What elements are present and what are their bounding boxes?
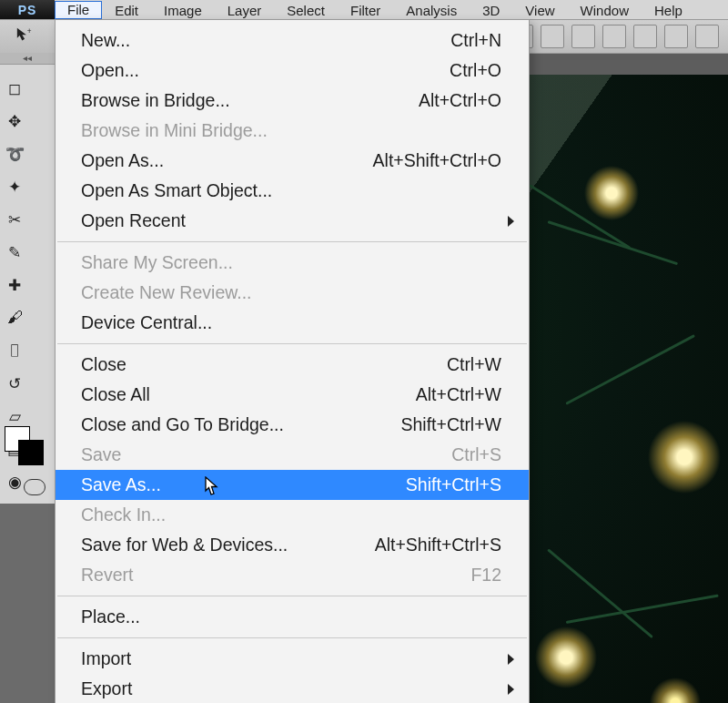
- menu-item-label: Save for Web & Devices...: [81, 535, 375, 555]
- menu-view[interactable]: View: [512, 0, 567, 19]
- menu-analysis[interactable]: Analysis: [393, 0, 470, 19]
- menu-item-open-as[interactable]: Open As...Alt+Shift+Ctrl+O: [56, 146, 529, 176]
- menu-item-label: Place...: [81, 606, 501, 627]
- menu-file[interactable]: File: [55, 1, 102, 19]
- menu-item-label: Browse in Bridge...: [81, 90, 419, 111]
- app-badge: PS: [0, 0, 55, 19]
- menu-filter[interactable]: Filter: [338, 0, 393, 19]
- menu-item-open-as-smart-object[interactable]: Open As Smart Object...: [56, 176, 529, 206]
- menu-item-shortcut: Ctrl+S: [451, 444, 501, 465]
- crop-tool[interactable]: ✂: [1, 205, 28, 234]
- submenu-arrow-icon: [508, 216, 514, 227]
- dist-top-button[interactable]: [602, 25, 626, 48]
- menu-item-open-recent[interactable]: Open Recent: [56, 206, 529, 236]
- menu-item-shortcut: Ctrl+N: [450, 30, 501, 51]
- svg-text:+: +: [27, 27, 32, 36]
- menu-item-new[interactable]: New...Ctrl+N: [56, 25, 529, 56]
- lasso-tool[interactable]: ➰: [1, 139, 28, 168]
- quick-select-tool[interactable]: ✦: [1, 172, 28, 201]
- menu-item-open[interactable]: Open...Ctrl+O: [56, 56, 529, 86]
- tools-panel-empty: [0, 504, 55, 703]
- menu-item-label: Open Recent: [81, 210, 501, 231]
- eyedropper-tool[interactable]: ✎: [1, 238, 28, 267]
- menu-item-share-my-screen: Share My Screen...: [56, 248, 529, 278]
- menu-item-label: Close: [81, 354, 447, 375]
- marquee-tool[interactable]: ◻: [1, 74, 28, 103]
- menu-image[interactable]: Image: [151, 0, 215, 19]
- menu-item-label: Import: [81, 648, 501, 669]
- alignment-button-group: [510, 25, 728, 48]
- menu-item-shortcut: Alt+Shift+Ctrl+O: [373, 150, 501, 171]
- menu-item-import[interactable]: Import: [56, 644, 529, 674]
- menu-item-device-central[interactable]: Device Central...: [56, 308, 529, 338]
- menu-item-browse-in-mini-bridge: Browse in Mini Bridge...: [56, 116, 529, 146]
- menu-item-shortcut: F12: [470, 565, 501, 586]
- menu-item-shortcut: Shift+Ctrl+W: [400, 414, 501, 435]
- menu-bar-items: FileEditImageLayerSelectFilterAnalysis3D…: [55, 0, 695, 19]
- dist-vcenter-button[interactable]: [633, 25, 657, 48]
- menu-item-label: Close All: [81, 384, 416, 405]
- menu-item-label: Open As Smart Object...: [81, 180, 501, 201]
- menu-item-label: Export: [81, 678, 501, 699]
- menu-item-label: Save: [81, 444, 451, 465]
- align-center-button[interactable]: [541, 25, 564, 48]
- healing-tool[interactable]: ✚: [1, 270, 28, 300]
- menu-item-label: Close and Go To Bridge...: [81, 414, 400, 435]
- menu-item-save-for-web-devices[interactable]: Save for Web & Devices...Alt+Shift+Ctrl+…: [56, 530, 529, 560]
- menu-item-label: New...: [81, 30, 450, 51]
- move-tool-icon: +: [15, 26, 35, 46]
- quick-mask-icon[interactable]: [24, 479, 46, 495]
- menu-item-check-in: Check In...: [56, 500, 529, 530]
- align-right-button[interactable]: [571, 25, 595, 48]
- menu-item-close[interactable]: CloseCtrl+W: [56, 350, 529, 380]
- menu-item-close-and-go-to-bridge[interactable]: Close and Go To Bridge...Shift+Ctrl+W: [56, 410, 529, 440]
- menu-separator: [57, 343, 527, 344]
- menu-item-browse-in-bridge[interactable]: Browse in Bridge...Alt+Ctrl+O: [56, 86, 529, 116]
- submenu-arrow-icon: [508, 654, 514, 665]
- stamp-tool[interactable]: ⌷: [1, 336, 28, 365]
- menu-item-close-all[interactable]: Close AllAlt+Ctrl+W: [56, 380, 529, 410]
- menu-help[interactable]: Help: [642, 0, 695, 19]
- menu-item-revert: RevertF12: [56, 560, 529, 590]
- brush-tool[interactable]: 🖌: [1, 303, 28, 332]
- blur-tool[interactable]: ◉: [1, 467, 28, 496]
- menu-item-shortcut: Alt+Ctrl+W: [416, 384, 501, 405]
- move-behind-tool[interactable]: ✥: [1, 107, 28, 136]
- menu-item-save: SaveCtrl+S: [56, 440, 529, 470]
- menu-separator: [57, 637, 527, 638]
- menu-item-place[interactable]: Place...: [56, 602, 529, 632]
- menu-item-label: Share My Screen...: [81, 252, 501, 273]
- menu-select[interactable]: Select: [274, 0, 338, 19]
- menu-item-shortcut: Alt+Shift+Ctrl+S: [375, 535, 501, 555]
- menu-separator: [57, 596, 527, 596]
- menu-item-shortcut: Ctrl+W: [447, 354, 501, 375]
- dist-bottom-button[interactable]: [664, 25, 688, 48]
- menu-item-create-new-review: Create New Review...: [56, 278, 529, 308]
- file-menu-dropdown: New...Ctrl+NOpen...Ctrl+OBrowse in Bridg…: [55, 19, 530, 703]
- menu-layer[interactable]: Layer: [215, 0, 275, 19]
- tools-collapse-toggle[interactable]: ◂◂: [0, 53, 55, 65]
- background-color-swatch[interactable]: [18, 440, 44, 465]
- menu-bar: PS FileEditImageLayerSelectFilterAnalysi…: [0, 0, 728, 20]
- menu-item-export[interactable]: Export: [56, 674, 529, 703]
- menu-item-label: Open...: [81, 60, 450, 81]
- menu-item-label: Create New Review...: [81, 282, 501, 303]
- menu-item-label: Device Central...: [81, 312, 501, 333]
- history-brush-tool[interactable]: ↺: [1, 369, 28, 398]
- tools-panel: ◂◂ ◻✥➰✦✂✎✚🖌⌷↺▱▤◉☼✒T▶▭③✋⟳🔍: [0, 53, 56, 703]
- menu-separator: [57, 241, 527, 242]
- menu-item-label: Save As...: [81, 474, 406, 495]
- menu-item-shortcut: Shift+Ctrl+S: [406, 474, 501, 495]
- menu-item-shortcut: Alt+Ctrl+O: [419, 90, 501, 111]
- menu-item-label: Open As...: [81, 150, 373, 171]
- menu-window[interactable]: Window: [568, 0, 642, 19]
- more-button[interactable]: [695, 25, 719, 48]
- menu-item-shortcut: Ctrl+O: [450, 60, 501, 81]
- menu-item-label: Revert: [81, 565, 470, 586]
- menu-item-save-as[interactable]: Save As...Shift+Ctrl+S: [56, 470, 529, 500]
- menu-item-label: Check In...: [81, 504, 501, 525]
- menu-3d[interactable]: 3D: [470, 0, 512, 19]
- menu-item-label: Browse in Mini Bridge...: [81, 120, 501, 141]
- submenu-arrow-icon: [508, 684, 514, 695]
- menu-edit[interactable]: Edit: [102, 0, 151, 19]
